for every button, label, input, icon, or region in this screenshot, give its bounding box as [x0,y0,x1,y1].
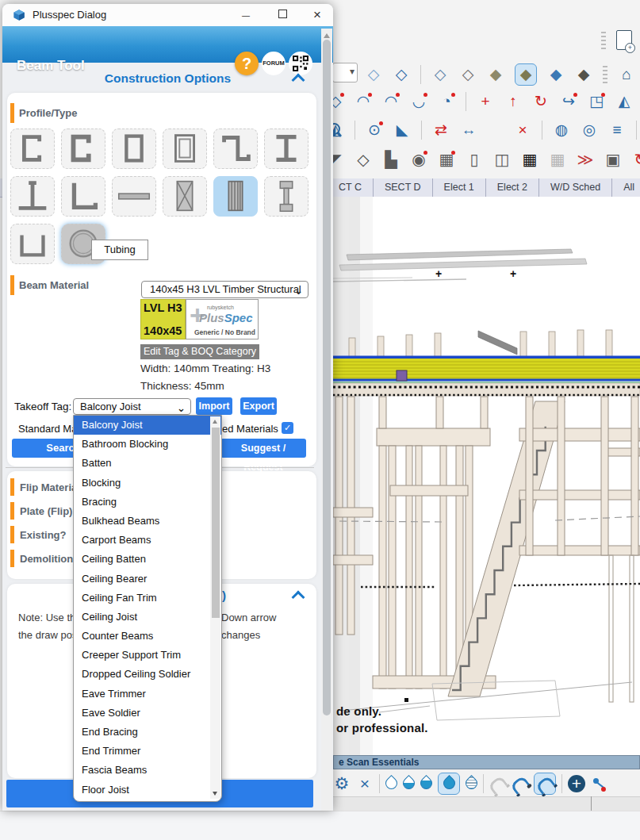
back-edges-mode-icon[interactable]: ◇ [431,65,449,84]
rotate-tool-icon[interactable]: ↻ [532,92,550,111]
new-scan-file-icon[interactable] [616,30,632,50]
construction-options-heading[interactable]: Construction Options [2,71,333,86]
point-cloud-low-icon[interactable] [400,775,417,792]
dropdown-option[interactable]: Ceiling Joist [74,608,221,627]
shaded-with-textures-mode-icon[interactable]: ◆ [517,65,535,84]
point-cloud-mid-icon[interactable] [418,775,435,792]
dropdown-option[interactable]: Balcony Joist [74,416,221,435]
dropdown-option[interactable]: Ceiling Batten [74,550,221,569]
paint-bucket-tool-icon[interactable]: ◣ [393,121,411,140]
edit-tag-boq-button[interactable]: Edit Tag & BOQ Category [140,344,259,359]
3d-viewport[interactable]: + + [333,197,640,755]
get-models-icon[interactable]: ◍ [553,121,570,140]
mobile-view-icon[interactable]: ▯ [466,150,483,169]
snap-cloud-magnet-icon[interactable] [510,775,531,795]
house-component-icon[interactable]: ⌂ [618,65,635,84]
axes-box-icon[interactable]: ◇ [354,150,372,169]
scene-tab-elect-1[interactable]: Elect 1 [433,178,486,197]
window-frame-icon[interactable]: ▦ [521,150,538,169]
collapse-chevron-icon[interactable] [293,72,304,83]
share-layers-icon[interactable]: ≡ [608,121,626,140]
two-point-arc-tool-icon[interactable]: ◠ [382,92,400,111]
scroll-down-arrow-icon[interactable] [213,792,217,796]
scan-line-tool-icon[interactable] [591,775,607,792]
profile-flat-bar[interactable] [112,176,156,217]
follow-me-tool-icon[interactable]: ↪ [560,92,577,111]
dropdown-option[interactable]: Bulkhead Beams [74,512,221,531]
snap-on-magnet-icon[interactable] [535,775,555,795]
profile-lvl-laminated[interactable] [213,176,258,217]
dropdown-option[interactable]: Counter Beams [74,627,221,646]
dropdown-option[interactable]: Bathroom Blocking [74,435,221,454]
offset-tool-icon[interactable]: ◳ [588,92,605,111]
collapse-chevron-icon[interactable] [293,589,304,600]
scan-essentials-titlebar[interactable]: e Scan Essentials [333,755,640,769]
profile-narrow-i-beam[interactable] [264,176,309,217]
color-by-tag-mode-icon[interactable]: ◆ [575,65,592,84]
grid-ghost-icon[interactable]: ▦ [549,150,566,169]
sync-model-icon[interactable]: ↻ [632,150,640,169]
move-tool-icon[interactable]: + [477,92,494,111]
profile-i-beam[interactable] [264,128,309,169]
profile-lipped-c-channel[interactable] [10,128,55,169]
point-cloud-hatched-icon[interactable] [463,775,480,792]
dropdown-option[interactable]: Bracing [74,493,221,512]
scene-tab-ct-c[interactable]: CT C [328,178,374,197]
push-pull-tool-icon[interactable]: ↑ [504,92,522,111]
material-swatch[interactable]: LVL H3 140x45 [140,299,186,339]
floor-plan-icon[interactable]: ◫ [493,150,511,169]
dropdown-option[interactable]: Ceiling Bearer [74,570,221,589]
import-button[interactable]: Import [196,397,232,415]
add-point-icon[interactable]: + [568,775,585,792]
scene-tab-all[interactable]: All [612,178,640,197]
dialog-scrollbar-thumb[interactable] [323,40,331,715]
suggest-request-button[interactable]: Suggest / Request [220,439,306,458]
dropdown-option[interactable]: Floor Joist [74,781,221,800]
rotate-flip-tool-icon[interactable]: ⇄ [432,121,450,140]
export-button[interactable]: Export [240,397,277,415]
dropdown-option[interactable]: Fascia Beams [74,761,221,780]
profile-rectangular-hollow[interactable] [112,128,156,169]
pie-tool-icon[interactable]: ◔ [438,92,455,111]
wireframe-mode-icon[interactable]: ◇ [393,65,410,84]
profile-rectangular-hollow-thick[interactable] [163,128,207,169]
profile-c-channel[interactable] [61,128,105,169]
close-button[interactable] [305,7,329,23]
dropdown-scrollbar-thumb[interactable] [212,428,220,618]
scan-settings-gear-icon[interactable]: ⚙ [333,774,351,793]
sync-components-icon[interactable]: ◎ [581,121,598,140]
profile-t-section[interactable] [10,176,55,217]
schedule-calendar-icon[interactable]: ▦ [438,150,455,169]
dialog-titlebar[interactable]: Plusspec Dialog [2,4,333,27]
style-combo[interactable] [332,63,358,82]
dropdown-scrollbar[interactable] [210,416,220,799]
monochrome-mode-icon[interactable]: ◆ [547,65,565,84]
scan-close-icon[interactable]: × [356,774,374,793]
scroll-up-arrow-icon[interactable] [213,420,217,424]
dropdown-option[interactable]: Carport Beams [74,531,221,550]
zoom-extents-tool-icon[interactable]: × [514,121,531,140]
pan-tool-icon[interactable]: ↔ [460,121,477,140]
snap-on-magnet-icon-selected[interactable] [534,773,556,795]
takeoff-tag-select[interactable]: Balcony Joist ⌄ [73,398,191,415]
dropdown-option[interactable]: Ceiling Fan Trim [74,589,221,608]
profile-z-purlin[interactable] [213,128,258,169]
dropdown-option[interactable]: Creeper Support Trim [74,646,221,665]
dropdown-option[interactable]: End Bracing [74,723,221,742]
shaded-with-textures-mode-icon-selected[interactable]: ◆ [515,63,537,86]
point-cloud-full-icon[interactable] [440,775,457,792]
three-point-arc-tool-icon[interactable]: ◡ [410,92,427,111]
scene-tab-elect-2[interactable]: Elect 2 [486,178,539,197]
profile-u-channel[interactable] [10,224,55,264]
xray-mode-icon[interactable]: ◇ [365,65,382,84]
dropdown-option[interactable]: Blocking [74,474,221,493]
arc-tool-icon[interactable]: ◠ [354,92,372,111]
scroll-up-arrow-icon[interactable] [324,33,330,38]
dropdown-option[interactable]: Dropped Ceiling Soldier [74,665,221,684]
dropdown-option[interactable]: End Trimmer [74,742,221,761]
hidden-line-mode-icon[interactable]: ◇ [459,65,477,84]
zoom-tool-icon[interactable] [488,121,504,140]
maximize-button[interactable] [270,7,294,23]
materials-checkbox[interactable]: ✓ [282,422,293,434]
profile-angle[interactable] [61,176,105,217]
